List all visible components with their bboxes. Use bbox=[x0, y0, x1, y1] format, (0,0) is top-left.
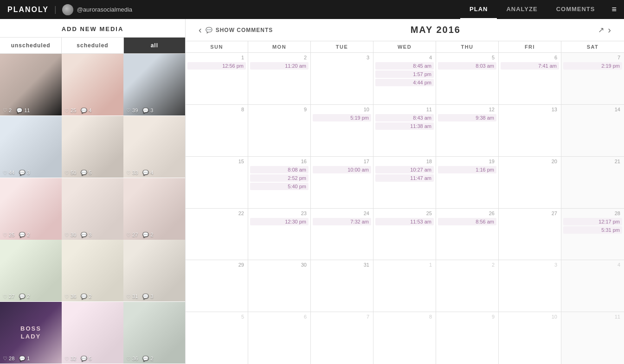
day-cell[interactable]: 268:56 am bbox=[436, 209, 499, 260]
grid-item[interactable]: BOSSLADY ♡ 28 💬 1 bbox=[0, 302, 62, 364]
avatar[interactable] bbox=[62, 4, 73, 15]
grid-item-overlay: ♡ 31 💬 3 bbox=[123, 292, 185, 301]
time-slot[interactable]: 2:19 pm bbox=[563, 62, 622, 70]
day-cell[interactable]: 48:45 am1:57 pm4:44 pm bbox=[373, 53, 436, 104]
grid-item[interactable]: ♡ 2 💬 11 bbox=[0, 54, 62, 115]
day-cell[interactable]: 3 bbox=[311, 53, 373, 104]
day-cell[interactable]: 31 bbox=[311, 260, 373, 312]
day-cell[interactable]: 3 bbox=[499, 260, 561, 312]
grid-item[interactable]: ♡ 31 💬 3 bbox=[123, 240, 185, 301]
grid-item[interactable]: ♡ 50 💬 5 bbox=[62, 116, 123, 178]
time-slot[interactable]: 1:16 pm bbox=[438, 166, 496, 173]
grid-item[interactable]: ♡ 30 💬 3 bbox=[62, 178, 123, 240]
comment-count: 💬 3 bbox=[81, 232, 91, 238]
day-cell[interactable]: 105:19 pm bbox=[311, 105, 373, 156]
day-cell[interactable]: 20 bbox=[499, 157, 561, 208]
day-cell[interactable]: 9 bbox=[248, 105, 311, 156]
day-cell[interactable]: 58:03 am bbox=[436, 53, 499, 104]
day-cell[interactable]: 2 bbox=[436, 260, 499, 312]
time-slot[interactable]: 11:38 am bbox=[375, 122, 434, 130]
hamburger-menu[interactable]: ≡ bbox=[611, 5, 617, 14]
grid-item[interactable]: ♡ 36 💬 2 bbox=[62, 240, 123, 301]
time-slot[interactable]: 7:32 am bbox=[313, 218, 371, 225]
grid-item[interactable]: ♡ 27 💬 2 bbox=[0, 240, 62, 301]
time-slot[interactable]: 12:17 pm bbox=[563, 218, 622, 225]
trend-icon[interactable]: ↗ bbox=[598, 26, 604, 34]
grid-item[interactable]: ♡ 32 💬 5 bbox=[62, 302, 123, 364]
sidebar: ADD NEW MEDIA unscheduled scheduled all … bbox=[0, 19, 186, 364]
time-slot[interactable]: 11:20 am bbox=[250, 62, 309, 70]
day-cell[interactable]: 1810:27 am11:47 am bbox=[373, 157, 436, 208]
day-cell[interactable]: 6 bbox=[248, 312, 311, 364]
time-slot[interactable]: 8:45 am bbox=[375, 62, 434, 70]
day-number: 9 bbox=[250, 107, 309, 112]
day-cell[interactable]: 9 bbox=[436, 312, 499, 364]
grid-item[interactable]: ♡ 36 💬 2 bbox=[123, 302, 185, 364]
time-slot[interactable]: 2:52 pm bbox=[250, 174, 309, 182]
tab-unscheduled[interactable]: unscheduled bbox=[0, 38, 62, 53]
day-cell[interactable]: 4 bbox=[561, 260, 624, 312]
time-slot[interactable]: 12:56 pm bbox=[187, 62, 246, 70]
time-slot[interactable]: 12:30 pm bbox=[250, 218, 309, 225]
day-cell[interactable]: 13 bbox=[499, 105, 561, 156]
grid-item[interactable]: ♡ 25 💬 2 bbox=[0, 178, 62, 240]
next-month-button[interactable]: › bbox=[604, 25, 615, 35]
day-cell[interactable]: 10 bbox=[499, 312, 561, 364]
day-cell[interactable]: 72:19 pm bbox=[561, 53, 624, 104]
day-cell[interactable]: 8 bbox=[186, 105, 248, 156]
day-cell[interactable]: 247:32 am bbox=[311, 209, 373, 260]
day-cell[interactable]: 2511:53 am bbox=[373, 209, 436, 260]
time-slot[interactable]: 5:19 pm bbox=[313, 114, 371, 121]
time-slot[interactable]: 7:41 am bbox=[501, 62, 559, 70]
day-cell[interactable]: 5 bbox=[186, 312, 248, 364]
day-cell[interactable]: 30 bbox=[248, 260, 311, 312]
time-slot[interactable]: 8:03 am bbox=[438, 62, 496, 70]
day-cell[interactable]: 2312:30 pm bbox=[248, 209, 311, 260]
day-cell[interactable]: 1 bbox=[373, 260, 436, 312]
time-slot[interactable]: 5:40 pm bbox=[250, 183, 309, 190]
nav-analyze[interactable]: ANALYZE bbox=[497, 0, 547, 19]
time-slot[interactable]: 8:43 am bbox=[375, 114, 434, 121]
time-slot[interactable]: 5:31 pm bbox=[563, 226, 622, 234]
day-cell[interactable]: 67:41 am bbox=[499, 53, 561, 104]
day-cell[interactable]: 15 bbox=[186, 157, 248, 208]
day-cell[interactable]: 11 bbox=[561, 312, 624, 364]
time-slot[interactable]: 8:56 am bbox=[438, 218, 496, 225]
day-cell[interactable]: 14 bbox=[561, 105, 624, 156]
day-cell[interactable]: 129:38 am bbox=[436, 105, 499, 156]
day-cell[interactable]: 8 bbox=[373, 312, 436, 364]
nav-comments[interactable]: COMMENTS bbox=[547, 0, 605, 19]
tab-all[interactable]: all bbox=[124, 38, 185, 53]
day-cell[interactable]: 1710:00 am bbox=[311, 157, 373, 208]
time-slot[interactable]: 8:08 am bbox=[250, 166, 309, 173]
day-cell[interactable]: 22 bbox=[186, 209, 248, 260]
grid-item[interactable]: ♡ 33 💬 4 bbox=[123, 116, 185, 178]
tab-scheduled[interactable]: scheduled bbox=[62, 38, 123, 53]
time-slot[interactable]: 10:00 am bbox=[313, 166, 371, 173]
app-logo: PLANOLY bbox=[7, 6, 49, 14]
time-slot[interactable]: 11:53 am bbox=[375, 218, 434, 225]
day-cell[interactable]: 118:43 am11:38 am bbox=[373, 105, 436, 156]
day-cell[interactable]: 191:16 pm bbox=[436, 157, 499, 208]
grid-item[interactable]: ♡ 44 💬 3 bbox=[0, 116, 62, 178]
show-comments-button[interactable]: 💬 SHOW COMMENTS bbox=[206, 27, 273, 33]
grid-item[interactable]: ♡ 27 💬 2 bbox=[123, 178, 185, 240]
time-slot[interactable]: 10:27 am bbox=[375, 166, 434, 173]
time-slot[interactable]: 9:38 am bbox=[438, 114, 496, 121]
day-cell[interactable]: 168:08 am2:52 pm5:40 pm bbox=[248, 157, 311, 208]
day-cell[interactable]: 2812:17 pm5:31 pm bbox=[561, 209, 624, 260]
day-cell[interactable]: 29 bbox=[186, 260, 248, 312]
grid-item-overlay: ♡ 25 💬 4 bbox=[62, 106, 123, 115]
day-cell[interactable]: 7 bbox=[311, 312, 373, 364]
day-cell[interactable]: 27 bbox=[499, 209, 561, 260]
prev-month-button[interactable]: ‹ bbox=[195, 25, 206, 35]
time-slot[interactable]: 1:57 pm bbox=[375, 70, 434, 78]
nav-plan[interactable]: PLAN bbox=[460, 0, 497, 19]
grid-item[interactable]: ♡ 39 💬 3 bbox=[123, 54, 185, 115]
time-slot[interactable]: 11:47 am bbox=[375, 174, 434, 182]
day-cell[interactable]: 21 bbox=[561, 157, 624, 208]
grid-item[interactable]: ♡ 25 💬 4 bbox=[62, 54, 123, 115]
day-cell[interactable]: 112:56 pm bbox=[186, 53, 248, 104]
day-cell[interactable]: 211:20 am bbox=[248, 53, 311, 104]
time-slot[interactable]: 4:44 pm bbox=[375, 79, 434, 86]
